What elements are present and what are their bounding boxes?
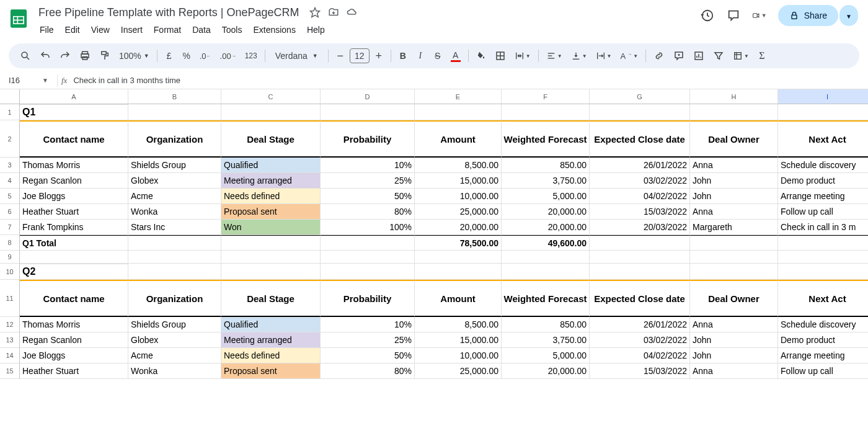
cell[interactable]: 850.00 — [502, 158, 590, 173]
fill-color-icon[interactable] — [472, 47, 490, 65]
cell[interactable]: 10% — [321, 317, 415, 332]
cell[interactable] — [590, 235, 690, 251]
menu-data[interactable]: Data — [187, 22, 216, 37]
cell[interactable]: 50% — [321, 348, 415, 363]
cell[interactable]: Deal Owner — [690, 280, 778, 317]
col-header-D[interactable]: D — [321, 89, 415, 104]
cell[interactable]: Thomas Morris — [20, 158, 128, 173]
cell[interactable]: Demo product — [778, 332, 868, 348]
search-icon[interactable] — [16, 47, 35, 65]
cell[interactable]: Frank Tompkins — [20, 220, 128, 235]
cell[interactable]: 26/01/2022 — [590, 317, 690, 332]
row-header[interactable]: 8 — [0, 235, 20, 251]
cell[interactable]: Joe Bloggs — [20, 189, 128, 204]
row-header[interactable]: 7 — [0, 220, 20, 235]
functions-icon[interactable]: Σ — [754, 47, 770, 65]
cell[interactable] — [20, 251, 128, 264]
redo-icon[interactable] — [56, 47, 74, 65]
cell[interactable]: 15,000.00 — [415, 173, 502, 189]
cell[interactable] — [415, 264, 502, 280]
cell[interactable]: Expected Close date — [590, 120, 690, 158]
borders-icon[interactable] — [491, 47, 510, 65]
cell[interactable] — [590, 104, 690, 120]
cell[interactable]: Deal Stage — [221, 280, 321, 317]
row-header[interactable]: 14 — [0, 348, 20, 363]
cell[interactable]: 78,500.00 — [415, 235, 502, 251]
cell[interactable]: 25,000.00 — [415, 204, 502, 220]
history-icon[interactable] — [700, 8, 715, 23]
cell[interactable]: Needs defined — [221, 189, 321, 204]
cell[interactable]: Deal Stage — [221, 120, 321, 158]
cell[interactable]: 20,000.00 — [502, 220, 590, 235]
cell[interactable]: Deal Owner — [690, 120, 778, 158]
cell[interactable] — [778, 251, 868, 264]
cell[interactable]: Organization — [128, 120, 221, 158]
menu-format[interactable]: Format — [149, 22, 186, 37]
cell[interactable]: Q1 — [20, 104, 128, 120]
cell[interactable]: Heather Stuart — [20, 363, 128, 379]
cell[interactable]: Proposal sent — [221, 363, 321, 379]
cell[interactable]: Proposal sent — [221, 204, 321, 220]
cell[interactable]: Joe Bloggs — [20, 348, 128, 363]
cell[interactable]: Won — [221, 220, 321, 235]
move-icon[interactable] — [328, 7, 339, 18]
row-header[interactable]: 5 — [0, 189, 20, 204]
cell[interactable]: Qualified — [221, 317, 321, 332]
cell[interactable]: 15/03/2022 — [590, 363, 690, 379]
halign-icon[interactable]: ▼ — [542, 47, 566, 65]
col-header-G[interactable]: G — [590, 89, 690, 104]
merge-icon[interactable]: ▼ — [511, 47, 534, 65]
insert-comment-icon[interactable] — [670, 47, 688, 65]
cell[interactable]: Stars Inc — [128, 220, 221, 235]
cell[interactable]: Arrange meeting — [778, 189, 868, 204]
cell[interactable]: Check in call in 3 m — [778, 220, 868, 235]
cell[interactable]: 04/02/2022 — [590, 189, 690, 204]
cell[interactable]: 20,000.00 — [502, 363, 590, 379]
cell[interactable]: Wonka — [128, 204, 221, 220]
menu-edit[interactable]: Edit — [60, 22, 85, 37]
rotate-icon[interactable]: A→▼ — [616, 47, 642, 65]
cell[interactable] — [0, 89, 20, 104]
row-header[interactable]: 10 — [0, 264, 20, 280]
cell[interactable]: Weighted Forecast — [502, 280, 590, 317]
print-icon[interactable] — [76, 47, 94, 65]
filter-icon[interactable] — [709, 47, 728, 65]
cell[interactable]: Follow up call — [778, 204, 868, 220]
cell[interactable]: John — [690, 173, 778, 189]
cell[interactable]: Next Act — [778, 280, 868, 317]
sheets-logo[interactable] — [6, 6, 31, 31]
format-number-icon[interactable]: 123 — [241, 47, 261, 65]
cell[interactable]: Expected Close date — [590, 280, 690, 317]
zoom-select[interactable]: 100%▼ — [115, 47, 153, 65]
share-button[interactable]: Share — [778, 5, 838, 26]
cell[interactable]: 15/03/2022 — [590, 204, 690, 220]
cell[interactable]: Anna — [690, 363, 778, 379]
formula-input[interactable] — [73, 76, 868, 85]
cell[interactable]: Shields Group — [128, 158, 221, 173]
decrease-font-icon[interactable]: − — [332, 47, 348, 65]
cell[interactable] — [221, 264, 321, 280]
row-header[interactable]: 15 — [0, 363, 20, 379]
font-size-input[interactable]: 12 — [350, 48, 370, 63]
cell[interactable]: 04/02/2022 — [590, 348, 690, 363]
meet-icon[interactable]: ▼ — [752, 8, 767, 23]
cell[interactable]: 25,000.00 — [415, 363, 502, 379]
cell[interactable]: 850.00 — [502, 317, 590, 332]
cell[interactable] — [778, 235, 868, 251]
menu-insert[interactable]: Insert — [116, 22, 148, 37]
row-header[interactable]: 3 — [0, 158, 20, 173]
cell[interactable]: 20/03/2022 — [590, 220, 690, 235]
row-header[interactable]: 1 — [0, 104, 20, 120]
percent-icon[interactable]: % — [179, 47, 195, 65]
star-icon[interactable] — [309, 7, 321, 18]
cell[interactable]: 10,000.00 — [415, 189, 502, 204]
currency-icon[interactable]: £ — [161, 47, 177, 65]
col-header-I[interactable]: I — [778, 89, 868, 104]
cell[interactable]: 3,750.00 — [502, 173, 590, 189]
cell[interactable]: 8,500.00 — [415, 317, 502, 332]
undo-icon[interactable] — [36, 47, 55, 65]
cell[interactable] — [128, 264, 221, 280]
cell[interactable]: 20,000.00 — [415, 220, 502, 235]
cell[interactable]: Probability — [321, 280, 415, 317]
italic-icon[interactable]: I — [412, 47, 428, 65]
